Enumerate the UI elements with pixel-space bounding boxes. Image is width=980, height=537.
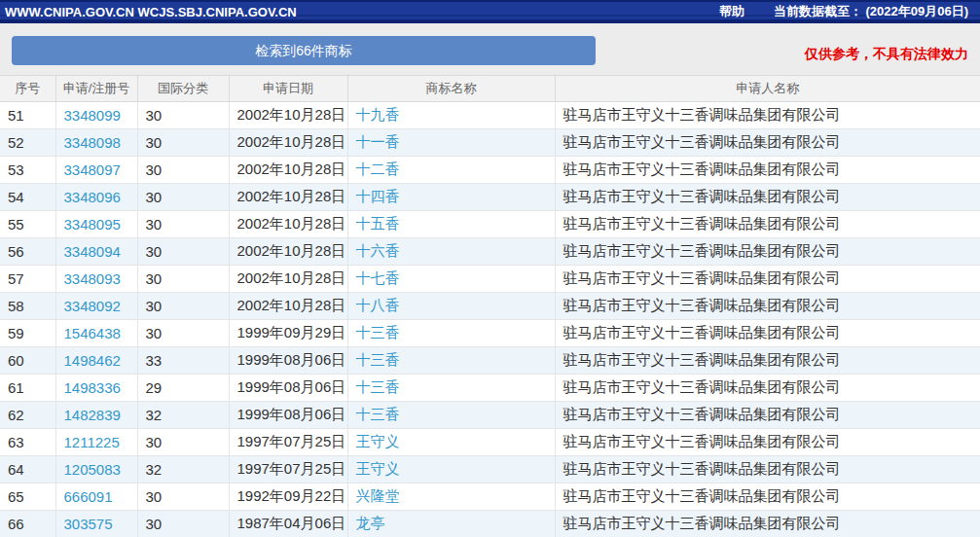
mark-name-cell: 兴隆堂 <box>347 483 555 511</box>
cell-no: 63 <box>0 429 55 456</box>
cell-applicant: 驻马店市王守义十三香调味品集团有限公司 <box>555 402 980 429</box>
cell-applicant: 驻马店市王守义十三香调味品集团有限公司 <box>555 483 980 511</box>
trademark-name-link[interactable]: 十八香 <box>356 297 400 313</box>
cell-app-date: 2002年10月28日 <box>229 157 347 184</box>
reg-no-cell: 303575 <box>55 511 137 537</box>
cell-intl-class: 32 <box>137 402 229 429</box>
cell-applicant: 驻马店市王守义十三香调味品集团有限公司 <box>555 375 980 402</box>
trademark-name-link[interactable]: 十三香 <box>356 351 400 368</box>
registration-number-link[interactable]: 3348097 <box>64 161 121 178</box>
registration-number-link[interactable]: 3348094 <box>64 243 121 260</box>
table-row: 641205083321997年07月25日王守义驻马店市王守义十三香调味品集团… <box>0 456 980 483</box>
cell-no: 52 <box>0 129 55 157</box>
table-row: 563348094302002年10月28日十六香驻马店市王守义十三香调味品集团… <box>0 238 980 266</box>
trademark-name-link[interactable]: 十六香 <box>356 242 400 259</box>
cell-app-date: 2002年10月28日 <box>229 238 347 266</box>
registration-number-link[interactable]: 1498336 <box>64 379 121 396</box>
trademark-name-link[interactable]: 十五香 <box>356 215 400 232</box>
cell-intl-class: 30 <box>137 184 229 211</box>
registration-number-link[interactable]: 3348096 <box>64 189 121 205</box>
cell-applicant: 驻马店市王守义十三香调味品集团有限公司 <box>555 293 980 320</box>
header-mark-name: 商标名称 <box>347 76 555 102</box>
registration-number-link[interactable]: 1498462 <box>64 352 121 369</box>
cell-applicant: 驻马店市王守义十三香调味品集团有限公司 <box>555 129 980 157</box>
table-row: 66303575301987年04月06日龙亭驻马店市王守义十三香调味品集团有限… <box>0 511 980 537</box>
registration-number-link[interactable]: 3348098 <box>64 134 121 151</box>
registration-number-link[interactable]: 3348095 <box>64 216 121 233</box>
mark-name-cell: 十八香 <box>347 293 555 320</box>
reg-no-cell: 1498462 <box>55 347 137 375</box>
registration-number-link[interactable]: 3348092 <box>64 298 121 314</box>
mark-name-cell: 十六香 <box>347 238 555 266</box>
topbar-urls: WWW.CNIPA.GOV.CN WCJS.SBJ.CNIPA.GOV.CN <box>5 5 297 19</box>
cell-app-date: 1992年09月22日 <box>229 483 347 511</box>
cell-intl-class: 30 <box>137 293 229 320</box>
mark-name-cell: 十五香 <box>347 211 555 238</box>
mark-name-cell: 十四香 <box>347 184 555 211</box>
table-row: 65666091301992年09月22日兴隆堂驻马店市王守义十三香调味品集团有… <box>0 483 980 511</box>
cell-intl-class: 30 <box>137 429 229 456</box>
cell-app-date: 1997年07月25日 <box>229 456 347 483</box>
trademark-name-link[interactable]: 兴隆堂 <box>356 487 400 504</box>
cell-intl-class: 32 <box>137 456 229 483</box>
registration-number-link[interactable]: 666091 <box>64 488 113 505</box>
registration-number-link[interactable]: 1546438 <box>64 325 121 341</box>
trademark-name-link[interactable]: 十四香 <box>356 188 400 204</box>
cell-no: 53 <box>0 157 55 184</box>
registration-number-link[interactable]: 1211225 <box>64 434 120 450</box>
table-row: 523348098302002年10月28日十一香驻马店市王守义十三香调味品集团… <box>0 129 980 157</box>
header-intl-class: 国际分类 <box>137 76 229 102</box>
cell-intl-class: 33 <box>137 347 229 375</box>
cell-intl-class: 30 <box>137 211 229 238</box>
cell-applicant: 驻马店市王守义十三香调味品集团有限公司 <box>555 456 980 483</box>
table-row: 621482839321999年08月06日十三香驻马店市王守义十三香调味品集团… <box>0 402 980 429</box>
registration-number-link[interactable]: 3348099 <box>64 107 121 124</box>
table-row: 631211225301997年07月25日王守义驻马店市王守义十三香调味品集团… <box>0 429 980 456</box>
table-row: 513348099302002年10月28日十九香驻马店市王守义十三香调味品集团… <box>0 102 980 129</box>
trademark-name-link[interactable]: 十一香 <box>356 133 400 150</box>
legal-notice: 仅供参考，不具有法律效力 <box>805 46 968 63</box>
cell-applicant: 驻马店市王守义十三香调味品集团有限公司 <box>555 347 980 375</box>
registration-number-link[interactable]: 303575 <box>64 516 113 532</box>
mark-name-cell: 十七香 <box>347 266 555 293</box>
trademark-name-link[interactable]: 十九香 <box>356 106 400 123</box>
trademark-name-link[interactable]: 王守义 <box>356 460 400 477</box>
header-applicant: 申请人名称 <box>555 76 980 102</box>
mark-name-cell: 十一香 <box>347 129 555 157</box>
cell-app-date: 1997年07月25日 <box>229 429 347 456</box>
trademark-name-link[interactable]: 王守义 <box>356 433 400 449</box>
trademark-name-link[interactable]: 十二香 <box>356 161 400 177</box>
cell-no: 55 <box>0 211 55 238</box>
reg-no-cell: 3348099 <box>55 102 137 129</box>
cell-no: 54 <box>0 184 55 211</box>
cell-intl-class: 29 <box>137 375 229 402</box>
toolbar: 检索到66件商标 仅供参考，不具有法律效力 <box>0 23 980 75</box>
header-serial: 序号 <box>0 76 55 102</box>
registration-number-link[interactable]: 3348093 <box>64 270 121 287</box>
help-link[interactable]: 帮助 <box>719 3 744 20</box>
cell-app-date: 1999年08月06日 <box>229 402 347 429</box>
trademark-name-link[interactable]: 十三香 <box>356 324 400 340</box>
table-header-row: 序号 申请/注册号 国际分类 申请日期 商标名称 申请人名称 <box>0 76 980 102</box>
topbar-right: 帮助 当前数据截至： (2022年09月06日) <box>719 3 968 20</box>
trademark-name-link[interactable]: 十三香 <box>356 378 400 395</box>
trademark-name-link[interactable]: 十七香 <box>356 269 400 286</box>
cell-app-date: 1999年08月06日 <box>229 375 347 402</box>
registration-number-link[interactable]: 1482839 <box>64 407 121 423</box>
cell-app-date: 2002年10月28日 <box>229 211 347 238</box>
cell-intl-class: 30 <box>137 238 229 266</box>
cell-applicant: 驻马店市王守义十三香调味品集团有限公司 <box>555 266 980 293</box>
cell-no: 66 <box>0 511 55 537</box>
trademark-name-link[interactable]: 龙亭 <box>356 515 385 531</box>
topbar: WWW.CNIPA.GOV.CN WCJS.SBJ.CNIPA.GOV.CN 帮… <box>0 0 980 23</box>
mark-name-cell: 十三香 <box>347 375 555 402</box>
cell-intl-class: 30 <box>137 129 229 157</box>
reg-no-cell: 3348093 <box>55 266 137 293</box>
trademark-name-link[interactable]: 十三香 <box>356 406 400 422</box>
table-row: 611498336291999年08月06日十三香驻马店市王守义十三香调味品集团… <box>0 375 980 402</box>
cell-intl-class: 30 <box>137 157 229 184</box>
result-count-button[interactable]: 检索到66件商标 <box>12 36 596 65</box>
cell-app-date: 2002年10月28日 <box>229 129 347 157</box>
registration-number-link[interactable]: 1205083 <box>64 461 121 478</box>
table-row: 583348092302002年10月28日十八香驻马店市王守义十三香调味品集团… <box>0 293 980 320</box>
